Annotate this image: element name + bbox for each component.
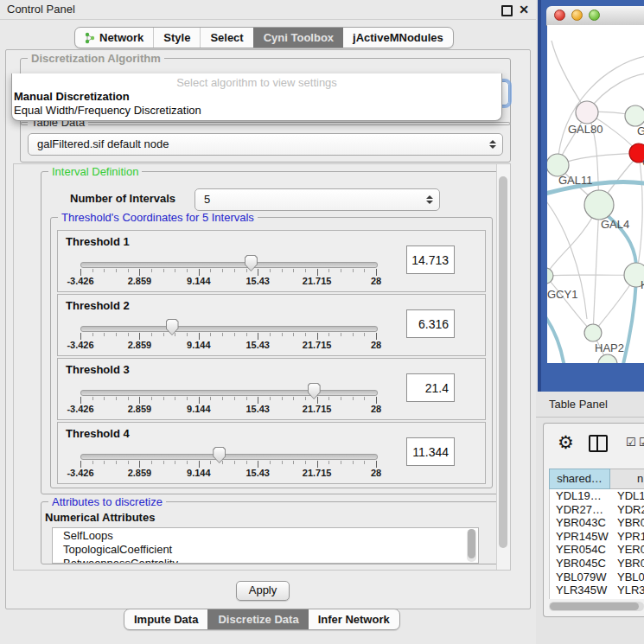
network-node[interactable] — [547, 268, 553, 284]
cell-shared-name: YBL079W — [550, 571, 611, 584]
network-view-canvas[interactable]: GAL80GACGAL11GAL4HGCY1HAP2 — [547, 25, 644, 363]
threshold-value-field[interactable]: 11.344 — [406, 437, 455, 466]
slider-track[interactable] — [80, 454, 378, 460]
algorithm-option-manual[interactable]: Manual Discretization — [14, 90, 130, 103]
tick-label: 2.859 — [128, 468, 152, 478]
table-data-combobox[interactable]: galFiltered.sif default node — [28, 133, 503, 156]
tab-impute-data-label: Impute Data — [134, 609, 198, 629]
tick-mark — [151, 333, 152, 336]
table-horizontal-scroll-thumb[interactable] — [550, 603, 639, 610]
tab-select[interactable]: Select — [200, 28, 252, 48]
algorithm-option-equal-width[interactable]: Equal Width/Frequency Discretization — [14, 104, 201, 117]
number-of-intervals-combobox[interactable]: 5 — [194, 188, 440, 211]
table-panel-title: Table Panel — [549, 398, 608, 411]
table-row[interactable]: YDR27…YDR2 — [550, 503, 644, 517]
attribute-item[interactable]: SelfLoops — [63, 529, 478, 543]
network-node[interactable] — [598, 354, 617, 363]
threshold-value-field[interactable]: 21.4 — [406, 373, 455, 402]
slider-track[interactable] — [80, 262, 378, 268]
threshold-value-field[interactable]: 14.713 — [406, 245, 455, 274]
cell-shared-name: YPR145W — [550, 530, 611, 544]
gear-icon[interactable]: ⚙ — [558, 433, 574, 451]
network-node[interactable] — [584, 190, 614, 220]
tab-impute-data[interactable]: Impute Data — [124, 609, 207, 629]
column-header-name[interactable]: n — [610, 469, 644, 489]
attributes-list-scrollbar[interactable] — [467, 529, 476, 562]
tick-mark — [222, 333, 223, 336]
close-icon[interactable]: ✕ — [519, 3, 529, 16]
tick-mark — [151, 269, 152, 272]
tick-mark — [328, 461, 329, 464]
table-row[interactable]: YLR345WYLR3 — [550, 583, 644, 597]
tab-style[interactable]: Style — [153, 28, 200, 48]
attribute-item[interactable]: BetweennessCentrality — [63, 557, 478, 564]
threshold-label: Threshold 3 — [66, 363, 130, 376]
network-node[interactable] — [584, 324, 602, 341]
network-icon — [85, 32, 95, 44]
table-row[interactable]: YBR043CYBR0 — [550, 516, 644, 530]
tick-mark — [139, 461, 140, 468]
tick-mark — [163, 397, 164, 400]
network-window-titlebar[interactable] — [546, 6, 644, 26]
mac-close-light[interactable] — [554, 10, 565, 21]
tick-mark — [270, 333, 271, 336]
mac-minimize-light[interactable] — [571, 10, 583, 21]
node-label: GAL11 — [558, 174, 593, 187]
table-row[interactable]: YER054CYER0 — [550, 543, 644, 557]
slider-track[interactable] — [80, 326, 378, 332]
network-node[interactable] — [576, 101, 598, 124]
cell-name: YDR2 — [611, 503, 644, 517]
table-row[interactable]: YDL19…YDL1 — [550, 489, 644, 503]
tick-label: 2.859 — [128, 276, 152, 286]
slider-track[interactable] — [80, 390, 378, 396]
cell-shared-name: YDR27… — [550, 503, 611, 517]
tick-mark — [175, 269, 175, 272]
apply-button[interactable]: Apply — [236, 581, 290, 601]
slider-tick-labels: -3.4262.8599.14415.4321.71528 — [80, 404, 376, 415]
bottom-tab-bar: Impute Data Discretize Data Infer Networ… — [124, 609, 400, 630]
cell-shared-name: YER054C — [550, 543, 611, 557]
threshold-value-field[interactable]: 6.316 — [406, 309, 455, 338]
tick-mark — [128, 461, 129, 464]
tick-label: -3.426 — [67, 276, 93, 286]
tick-mark — [246, 333, 247, 336]
tick-mark — [293, 461, 294, 464]
settings-scroll-thumb[interactable] — [499, 176, 507, 548]
cell-shared-name: YLR345W — [550, 583, 611, 597]
tick-mark — [163, 333, 164, 336]
table-row[interactable]: YBR045CYBR0 — [550, 557, 644, 571]
checkbox-icon[interactable]: ☑ — [626, 437, 636, 448]
control-panel-window: Control Panel ✕ Network Style Select Cyn… — [0, 0, 537, 644]
tab-jactivemnodules[interactable]: jActiveMNodules — [343, 28, 453, 48]
cell-name: YBR0 — [611, 516, 644, 530]
tab-cyni-toolbox[interactable]: Cyni Toolbox — [253, 28, 343, 48]
tab-infer-network[interactable]: Infer Network — [309, 609, 399, 629]
table-row[interactable]: YIL052CYIL0 — [550, 597, 644, 599]
numerical-attributes-list: SelfLoopsTopologicalCoefficientBetweenne… — [52, 527, 479, 564]
node-label: H — [641, 278, 644, 291]
float-window-icon[interactable] — [501, 5, 513, 16]
tick-mark — [104, 397, 105, 400]
tick-mark — [246, 397, 247, 400]
tick-mark — [328, 397, 329, 400]
number-of-intervals-value: 5 — [204, 189, 210, 210]
numerical-attributes-label: Numerical Attributes — [45, 511, 155, 524]
network-node[interactable] — [625, 105, 644, 126]
table-row[interactable]: YBL079WYBL0 — [550, 571, 644, 584]
mac-zoom-light[interactable] — [589, 10, 600, 21]
cell-name: YIL0 — [611, 597, 644, 599]
tab-network[interactable]: Network — [75, 28, 153, 48]
split-columns-icon[interactable] — [589, 435, 608, 452]
tick-mark — [210, 461, 211, 464]
tick-mark — [258, 461, 258, 468]
column-header-shared-name[interactable]: shared… — [549, 469, 610, 489]
table-row[interactable]: YPR145WYPR1 — [550, 530, 644, 544]
tick-mark — [151, 461, 152, 464]
table-horizontal-scrollbar[interactable] — [549, 602, 644, 611]
tab-discretize-data[interactable]: Discretize Data — [207, 609, 308, 629]
attributes-list-scroll-thumb[interactable] — [468, 529, 475, 558]
checkbox-icon[interactable]: ☑ — [639, 437, 644, 448]
attribute-item[interactable]: TopologicalCoefficient — [63, 543, 478, 557]
tick-mark — [234, 397, 235, 400]
settings-vertical-scrollbar[interactable] — [496, 164, 510, 570]
